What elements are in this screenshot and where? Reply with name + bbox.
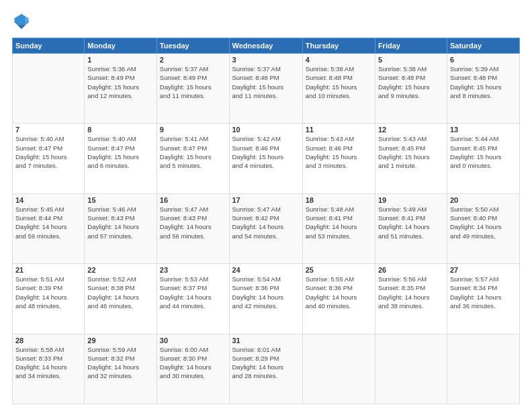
day-header-sunday: Sunday	[13, 38, 85, 54]
day-number: 6	[450, 56, 517, 64]
day-number: 28	[15, 336, 81, 345]
day-number: 17	[232, 196, 300, 204]
day-info: Sunrise: 5:42 AM Sunset: 8:46 PM Dayligh…	[232, 134, 300, 170]
day-info: Sunrise: 5:59 AM Sunset: 8:32 PM Dayligh…	[87, 345, 153, 381]
day-info: Sunrise: 5:37 AM Sunset: 8:49 PM Dayligh…	[160, 64, 226, 100]
calendar-cell: 2Sunrise: 5:37 AM Sunset: 8:49 PM Daylig…	[157, 54, 229, 124]
day-number: 4	[306, 56, 372, 64]
day-number: 22	[87, 266, 153, 274]
calendar-cell: 17Sunrise: 5:47 AM Sunset: 8:42 PM Dayli…	[229, 193, 302, 263]
day-info: Sunrise: 5:45 AM Sunset: 8:44 PM Dayligh…	[15, 205, 81, 240]
day-info: Sunrise: 5:57 AM Sunset: 8:34 PM Dayligh…	[450, 275, 517, 310]
day-info: Sunrise: 5:43 AM Sunset: 8:46 PM Dayligh…	[306, 134, 372, 170]
day-info: Sunrise: 5:38 AM Sunset: 8:48 PM Dayligh…	[306, 64, 372, 100]
day-info: Sunrise: 5:49 AM Sunset: 8:41 PM Dayligh…	[378, 205, 444, 240]
week-row-2: 7Sunrise: 5:40 AM Sunset: 8:47 PM Daylig…	[13, 124, 520, 193]
week-row-3: 14Sunrise: 5:45 AM Sunset: 8:44 PM Dayli…	[13, 193, 520, 263]
day-number: 16	[160, 196, 226, 204]
day-info: Sunrise: 5:54 AM Sunset: 8:36 PM Dayligh…	[232, 275, 300, 310]
logo	[12, 12, 34, 31]
day-header-monday: Monday	[85, 38, 157, 54]
day-number: 25	[306, 266, 372, 274]
day-number: 1	[87, 56, 153, 64]
calendar-cell	[302, 334, 375, 404]
calendar-cell: 8Sunrise: 5:40 AM Sunset: 8:47 PM Daylig…	[85, 124, 157, 193]
calendar-cell: 12Sunrise: 5:43 AM Sunset: 8:45 PM Dayli…	[375, 124, 447, 193]
day-header-wednesday: Wednesday	[229, 38, 302, 54]
day-number: 14	[15, 196, 81, 204]
day-number: 21	[15, 266, 81, 274]
day-number: 8	[87, 126, 153, 134]
calendar-cell: 7Sunrise: 5:40 AM Sunset: 8:47 PM Daylig…	[13, 124, 85, 193]
calendar-cell: 5Sunrise: 5:38 AM Sunset: 8:48 PM Daylig…	[375, 54, 447, 124]
day-number: 19	[378, 196, 444, 204]
calendar-cell: 18Sunrise: 5:48 AM Sunset: 8:41 PM Dayli…	[302, 193, 375, 263]
day-number: 15	[87, 196, 153, 204]
calendar-cell: 11Sunrise: 5:43 AM Sunset: 8:46 PM Dayli…	[302, 124, 375, 193]
calendar-cell: 20Sunrise: 5:50 AM Sunset: 8:40 PM Dayli…	[447, 193, 519, 263]
day-header-saturday: Saturday	[447, 38, 519, 54]
day-number: 30	[160, 336, 226, 345]
day-info: Sunrise: 5:50 AM Sunset: 8:40 PM Dayligh…	[450, 205, 517, 240]
day-header-thursday: Thursday	[302, 38, 375, 54]
day-info: Sunrise: 6:00 AM Sunset: 8:30 PM Dayligh…	[160, 345, 226, 381]
calendar-cell: 19Sunrise: 5:49 AM Sunset: 8:41 PM Dayli…	[375, 193, 447, 263]
calendar-cell: 16Sunrise: 5:47 AM Sunset: 8:43 PM Dayli…	[157, 193, 229, 263]
day-info: Sunrise: 5:48 AM Sunset: 8:41 PM Dayligh…	[306, 205, 372, 240]
logo-icon	[12, 12, 31, 31]
calendar-cell: 3Sunrise: 5:37 AM Sunset: 8:48 PM Daylig…	[229, 54, 302, 124]
day-info: Sunrise: 5:38 AM Sunset: 8:48 PM Dayligh…	[378, 64, 444, 100]
week-row-5: 28Sunrise: 5:58 AM Sunset: 8:33 PM Dayli…	[13, 334, 520, 404]
day-number: 3	[232, 56, 300, 64]
calendar-cell: 29Sunrise: 5:59 AM Sunset: 8:32 PM Dayli…	[85, 334, 157, 404]
calendar-cell: 24Sunrise: 5:54 AM Sunset: 8:36 PM Dayli…	[229, 264, 302, 334]
day-number: 12	[378, 126, 444, 134]
day-info: Sunrise: 5:37 AM Sunset: 8:48 PM Dayligh…	[232, 64, 300, 100]
day-info: Sunrise: 5:46 AM Sunset: 8:43 PM Dayligh…	[87, 205, 153, 240]
day-number: 9	[160, 126, 226, 134]
calendar-cell: 15Sunrise: 5:46 AM Sunset: 8:43 PM Dayli…	[85, 193, 157, 263]
calendar-cell: 27Sunrise: 5:57 AM Sunset: 8:34 PM Dayli…	[447, 264, 519, 334]
day-number: 13	[450, 126, 517, 134]
day-number: 18	[306, 196, 372, 204]
calendar-cell: 9Sunrise: 5:41 AM Sunset: 8:47 PM Daylig…	[157, 124, 229, 193]
calendar-cell: 10Sunrise: 5:42 AM Sunset: 8:46 PM Dayli…	[229, 124, 302, 193]
day-info: Sunrise: 5:58 AM Sunset: 8:33 PM Dayligh…	[15, 345, 81, 381]
calendar-cell	[13, 54, 85, 124]
day-info: Sunrise: 5:36 AM Sunset: 8:49 PM Dayligh…	[87, 64, 153, 100]
calendar-cell: 14Sunrise: 5:45 AM Sunset: 8:44 PM Dayli…	[13, 193, 85, 263]
calendar-cell: 13Sunrise: 5:44 AM Sunset: 8:45 PM Dayli…	[447, 124, 519, 193]
day-info: Sunrise: 5:55 AM Sunset: 8:36 PM Dayligh…	[306, 275, 372, 310]
day-info: Sunrise: 6:01 AM Sunset: 8:29 PM Dayligh…	[232, 345, 300, 381]
calendar-cell: 26Sunrise: 5:56 AM Sunset: 8:35 PM Dayli…	[375, 264, 447, 334]
week-row-4: 21Sunrise: 5:51 AM Sunset: 8:39 PM Dayli…	[13, 264, 520, 334]
calendar-cell: 22Sunrise: 5:52 AM Sunset: 8:38 PM Dayli…	[85, 264, 157, 334]
page: SundayMondayTuesdayWednesdayThursdayFrid…	[0, 0, 532, 411]
day-number: 29	[87, 336, 153, 345]
day-info: Sunrise: 5:39 AM Sunset: 8:48 PM Dayligh…	[450, 64, 517, 100]
day-info: Sunrise: 5:40 AM Sunset: 8:47 PM Dayligh…	[87, 134, 153, 170]
day-header-friday: Friday	[375, 38, 447, 54]
day-info: Sunrise: 5:40 AM Sunset: 8:47 PM Dayligh…	[15, 134, 81, 170]
day-info: Sunrise: 5:51 AM Sunset: 8:39 PM Dayligh…	[15, 275, 81, 310]
calendar-cell: 6Sunrise: 5:39 AM Sunset: 8:48 PM Daylig…	[447, 54, 519, 124]
day-number: 10	[232, 126, 300, 134]
day-info: Sunrise: 5:47 AM Sunset: 8:43 PM Dayligh…	[160, 205, 226, 240]
day-number: 27	[450, 266, 517, 274]
day-info: Sunrise: 5:53 AM Sunset: 8:37 PM Dayligh…	[160, 275, 226, 310]
calendar-cell	[447, 334, 519, 404]
calendar-header-row: SundayMondayTuesdayWednesdayThursdayFrid…	[13, 38, 520, 54]
day-number: 2	[160, 56, 226, 64]
day-info: Sunrise: 5:47 AM Sunset: 8:42 PM Dayligh…	[232, 205, 300, 240]
day-info: Sunrise: 5:52 AM Sunset: 8:38 PM Dayligh…	[87, 275, 153, 310]
header	[12, 12, 520, 31]
day-number: 5	[378, 56, 444, 64]
calendar-cell: 21Sunrise: 5:51 AM Sunset: 8:39 PM Dayli…	[13, 264, 85, 334]
day-number: 26	[378, 266, 444, 274]
day-number: 20	[450, 196, 517, 204]
day-number: 31	[232, 336, 300, 345]
day-number: 24	[232, 266, 300, 274]
day-info: Sunrise: 5:41 AM Sunset: 8:47 PM Dayligh…	[160, 134, 226, 170]
day-number: 7	[15, 126, 81, 134]
calendar-cell	[375, 334, 447, 404]
